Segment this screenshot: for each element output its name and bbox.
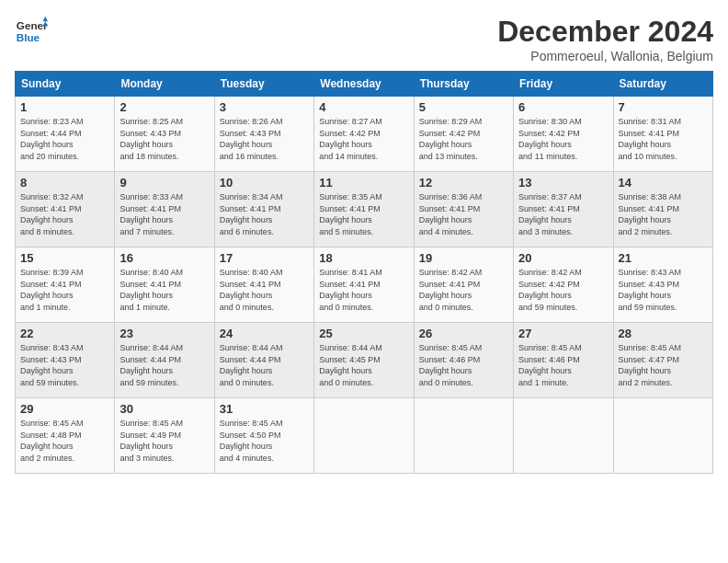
calendar-week-3: 15Sunrise: 8:39 AMSunset: 4:41 PMDayligh… — [16, 247, 713, 323]
cell-info: Sunrise: 8:40 AMSunset: 4:41 PMDaylight … — [119, 267, 209, 313]
calendar-cell: 12Sunrise: 8:36 AMSunset: 4:41 PMDayligh… — [414, 172, 513, 247]
cell-info: Sunrise: 8:25 AMSunset: 4:43 PMDaylight … — [119, 116, 209, 162]
day-number: 22 — [20, 327, 109, 340]
day-number: 9 — [119, 176, 209, 190]
calendar-cell: 26Sunrise: 8:45 AMSunset: 4:46 PMDayligh… — [414, 323, 513, 398]
cell-info: Sunrise: 8:23 AMSunset: 4:44 PMDaylight … — [20, 116, 109, 162]
cell-info: Sunrise: 8:37 AMSunset: 4:41 PMDaylight … — [518, 191, 608, 237]
day-number: 31 — [220, 402, 309, 416]
calendar-cell: 10Sunrise: 8:34 AMSunset: 4:41 PMDayligh… — [214, 172, 313, 247]
calendar-cell: 22Sunrise: 8:43 AMSunset: 4:43 PMDayligh… — [16, 323, 115, 398]
day-number: 25 — [319, 327, 408, 340]
calendar-week-5: 29Sunrise: 8:45 AMSunset: 4:48 PMDayligh… — [16, 398, 713, 474]
cell-info: Sunrise: 8:35 AMSunset: 4:41 PMDaylight … — [319, 191, 408, 237]
cell-info: Sunrise: 8:27 AMSunset: 4:42 PMDaylight … — [319, 116, 408, 162]
day-number: 21 — [619, 251, 708, 265]
day-number: 23 — [119, 327, 209, 340]
calendar-cell — [414, 398, 513, 474]
day-number: 18 — [319, 251, 408, 265]
calendar-header-row: SundayMondayTuesdayWednesdayThursdayFrid… — [16, 72, 713, 97]
header-tuesday: Tuesday — [214, 72, 313, 97]
calendar-cell: 29Sunrise: 8:45 AMSunset: 4:48 PMDayligh… — [16, 398, 115, 474]
day-number: 14 — [619, 176, 708, 190]
svg-text:Blue: Blue — [17, 31, 40, 43]
day-number: 17 — [220, 251, 309, 265]
calendar-cell — [514, 398, 613, 474]
cell-info: Sunrise: 8:38 AMSunset: 4:41 PMDaylight … — [619, 191, 708, 237]
calendar-cell: 9Sunrise: 8:33 AMSunset: 4:41 PMDaylight… — [115, 172, 214, 247]
cell-info: Sunrise: 8:32 AMSunset: 4:41 PMDaylight … — [20, 191, 109, 237]
day-number: 11 — [319, 176, 408, 190]
day-number: 12 — [419, 176, 508, 190]
cell-info: Sunrise: 8:39 AMSunset: 4:41 PMDaylight … — [20, 267, 109, 313]
calendar-cell: 19Sunrise: 8:42 AMSunset: 4:41 PMDayligh… — [414, 247, 513, 323]
cell-info: Sunrise: 8:40 AMSunset: 4:41 PMDaylight … — [220, 267, 309, 313]
calendar-cell — [314, 398, 414, 474]
cell-info: Sunrise: 8:31 AMSunset: 4:41 PMDaylight … — [619, 116, 708, 162]
month-title: December 2024 — [497, 15, 713, 49]
cell-info: Sunrise: 8:43 AMSunset: 4:43 PMDaylight … — [619, 267, 708, 313]
calendar-cell: 2Sunrise: 8:25 AMSunset: 4:43 PMDaylight… — [115, 97, 214, 172]
day-number: 20 — [518, 251, 608, 265]
day-number: 8 — [20, 176, 109, 190]
cell-info: Sunrise: 8:45 AMSunset: 4:49 PMDaylight … — [119, 418, 209, 464]
cell-info: Sunrise: 8:45 AMSunset: 4:46 PMDaylight … — [518, 342, 608, 388]
cell-info: Sunrise: 8:30 AMSunset: 4:42 PMDaylight … — [518, 116, 608, 162]
header-sunday: Sunday — [16, 72, 115, 97]
calendar-cell: 1Sunrise: 8:23 AMSunset: 4:44 PMDaylight… — [16, 97, 115, 172]
cell-info: Sunrise: 8:44 AMSunset: 4:44 PMDaylight … — [220, 342, 309, 388]
day-number: 15 — [20, 251, 109, 265]
calendar-cell — [613, 398, 712, 474]
calendar-cell: 31Sunrise: 8:45 AMSunset: 4:50 PMDayligh… — [214, 398, 313, 474]
calendar-cell: 18Sunrise: 8:41 AMSunset: 4:41 PMDayligh… — [314, 247, 414, 323]
title-block: December 2024 Pommeroeul, Wallonia, Belg… — [497, 15, 713, 63]
calendar-week-2: 8Sunrise: 8:32 AMSunset: 4:41 PMDaylight… — [16, 172, 713, 247]
calendar-cell: 30Sunrise: 8:45 AMSunset: 4:49 PMDayligh… — [115, 398, 214, 474]
day-number: 24 — [220, 327, 309, 340]
calendar-cell: 27Sunrise: 8:45 AMSunset: 4:46 PMDayligh… — [514, 323, 613, 398]
header-thursday: Thursday — [414, 72, 513, 97]
calendar-cell: 6Sunrise: 8:30 AMSunset: 4:42 PMDaylight… — [514, 97, 613, 172]
day-number: 10 — [220, 176, 309, 190]
cell-info: Sunrise: 8:33 AMSunset: 4:41 PMDaylight … — [119, 191, 209, 237]
day-number: 16 — [119, 251, 209, 265]
day-number: 2 — [119, 100, 209, 114]
calendar-cell: 28Sunrise: 8:45 AMSunset: 4:47 PMDayligh… — [613, 323, 712, 398]
cell-info: Sunrise: 8:45 AMSunset: 4:46 PMDaylight … — [419, 342, 508, 388]
header-monday: Monday — [115, 72, 214, 97]
calendar-cell: 17Sunrise: 8:40 AMSunset: 4:41 PMDayligh… — [214, 247, 313, 323]
calendar-cell: 23Sunrise: 8:44 AMSunset: 4:44 PMDayligh… — [115, 323, 214, 398]
day-number: 7 — [619, 100, 708, 114]
cell-info: Sunrise: 8:44 AMSunset: 4:45 PMDaylight … — [319, 342, 408, 388]
day-number: 3 — [220, 100, 309, 114]
page-header: General Blue December 2024 Pommeroeul, W… — [15, 15, 713, 63]
calendar-cell: 3Sunrise: 8:26 AMSunset: 4:43 PMDaylight… — [214, 97, 313, 172]
day-number: 4 — [319, 100, 408, 114]
logo: General Blue — [15, 15, 51, 48]
calendar-cell: 25Sunrise: 8:44 AMSunset: 4:45 PMDayligh… — [314, 323, 414, 398]
calendar-cell: 8Sunrise: 8:32 AMSunset: 4:41 PMDaylight… — [16, 172, 115, 247]
cell-info: Sunrise: 8:36 AMSunset: 4:41 PMDaylight … — [419, 191, 508, 237]
day-number: 30 — [119, 402, 209, 416]
day-number: 28 — [619, 327, 708, 340]
calendar-cell: 21Sunrise: 8:43 AMSunset: 4:43 PMDayligh… — [613, 247, 712, 323]
calendar-cell: 4Sunrise: 8:27 AMSunset: 4:42 PMDaylight… — [314, 97, 414, 172]
cell-info: Sunrise: 8:45 AMSunset: 4:48 PMDaylight … — [20, 418, 109, 464]
day-number: 6 — [518, 100, 608, 114]
cell-info: Sunrise: 8:43 AMSunset: 4:43 PMDaylight … — [20, 342, 109, 388]
header-friday: Friday — [514, 72, 613, 97]
cell-info: Sunrise: 8:34 AMSunset: 4:41 PMDaylight … — [220, 191, 309, 237]
day-number: 1 — [20, 100, 109, 114]
calendar-cell: 15Sunrise: 8:39 AMSunset: 4:41 PMDayligh… — [16, 247, 115, 323]
location-text: Pommeroeul, Wallonia, Belgium — [497, 49, 713, 63]
calendar-table: SundayMondayTuesdayWednesdayThursdayFrid… — [15, 71, 713, 474]
calendar-cell: 14Sunrise: 8:38 AMSunset: 4:41 PMDayligh… — [613, 172, 712, 247]
cell-info: Sunrise: 8:29 AMSunset: 4:42 PMDaylight … — [419, 116, 508, 162]
header-saturday: Saturday — [613, 72, 712, 97]
day-number: 26 — [419, 327, 508, 340]
cell-info: Sunrise: 8:26 AMSunset: 4:43 PMDaylight … — [220, 116, 309, 162]
calendar-week-1: 1Sunrise: 8:23 AMSunset: 4:44 PMDaylight… — [16, 97, 713, 172]
calendar-cell: 13Sunrise: 8:37 AMSunset: 4:41 PMDayligh… — [514, 172, 613, 247]
calendar-cell: 7Sunrise: 8:31 AMSunset: 4:41 PMDaylight… — [613, 97, 712, 172]
calendar-cell: 16Sunrise: 8:40 AMSunset: 4:41 PMDayligh… — [115, 247, 214, 323]
